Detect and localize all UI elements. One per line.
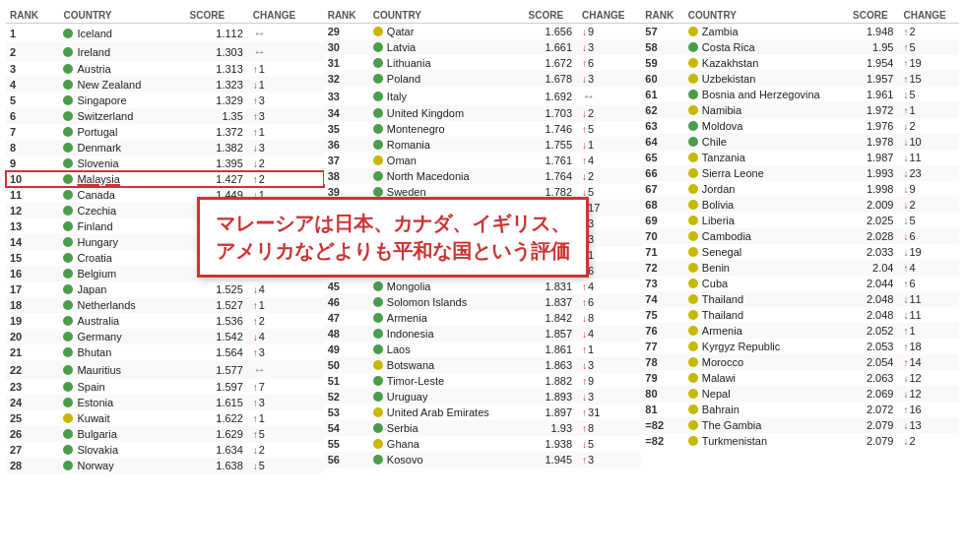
rank-cell: 66 (641, 165, 683, 181)
flag-icon (63, 332, 73, 342)
flag-icon (63, 300, 73, 310)
change-cell: ↓ 2 (899, 197, 959, 213)
arrow-up-icon: ↑ (903, 357, 908, 368)
rank-cell: 71 (641, 244, 683, 260)
arrow-up-icon: ↑ (582, 407, 587, 418)
country-name: Uruguay (387, 391, 428, 403)
country-cell: Slovakia (59, 442, 185, 458)
flag-icon (373, 344, 383, 354)
score-cell: 2.079 (849, 417, 899, 433)
flag-icon (373, 124, 383, 134)
country-name: Czechia (77, 205, 116, 217)
table-row: 35Montenegro1.746↑ 5 (324, 121, 642, 137)
country-name: Ghana (387, 438, 419, 450)
country-name: North Macedonia (387, 170, 470, 182)
arrow-up-icon: ↑ (253, 382, 258, 393)
arrow-up-icon: ↑ (582, 156, 587, 166)
flag-icon (373, 281, 383, 291)
arrow-up-icon: ↑ (582, 297, 587, 308)
country-cell: Latvia (369, 39, 525, 55)
change-cell: ↓ 2 (249, 156, 324, 171)
table-row: 33Italy1.692↔ (324, 87, 642, 105)
rank-cell: 79 (641, 370, 683, 386)
country-name: Cuba (702, 278, 728, 289)
country-name: Solomon Islands (387, 296, 467, 308)
country-name: Turkmenistan (702, 435, 767, 447)
header-rank: RANK (641, 8, 683, 24)
arrow-up-icon: ↑ (253, 127, 258, 138)
country-cell: Kuwait (59, 410, 185, 426)
country-name: Oman (387, 155, 417, 166)
flag-icon (63, 95, 73, 105)
flag-icon (63, 206, 73, 216)
arrow-down-icon: ↓ (582, 108, 587, 119)
country-name: Liberia (702, 215, 735, 226)
score-cell: 1.764 (525, 168, 579, 184)
rank-cell: 31 (324, 55, 369, 71)
header-country: COUNTRY (59, 8, 185, 24)
flag-icon (688, 294, 698, 304)
flag-icon (373, 171, 383, 181)
score-cell: 2.033 (849, 244, 899, 260)
rank-cell: 10 (6, 171, 59, 187)
arrow-down-icon: ↓ (903, 231, 908, 242)
rank-cell: 67 (641, 181, 683, 197)
table-row: 80Nepal2.069↓ 12 (641, 386, 959, 402)
rank-cell: 33 (324, 87, 369, 105)
score-cell: 1.945 (525, 452, 579, 467)
score-cell: 1.761 (525, 153, 579, 168)
arrow-up-icon: ↑ (903, 326, 908, 337)
table-row: 46Solomon Islands1.837↑ 6 (324, 294, 642, 310)
country-cell: Thailand (684, 291, 849, 307)
table-row: 3Austria1.313↑ 1 (6, 61, 324, 77)
rank-cell: 9 (6, 156, 59, 171)
table-row: 37Oman1.761↑ 4 (324, 153, 642, 168)
rank-cell: 46 (324, 294, 369, 310)
table-row: 24Estonia1.615↑ 3 (6, 395, 324, 410)
table-row: 18Netherlands1.527↑ 1 (6, 297, 324, 313)
flag-icon (373, 407, 383, 417)
arrow-down-icon: ↓ (903, 90, 908, 100)
score-cell: 1.622 (186, 410, 249, 426)
country-name: Thailand (702, 309, 743, 321)
table-row: 81Bahrain2.072↑ 16 (641, 402, 959, 417)
country-name: Australia (77, 315, 119, 327)
flag-icon (63, 269, 73, 279)
country-name: Belgium (77, 268, 116, 280)
change-cell: ↑ 4 (899, 260, 959, 276)
table-row: 74Thailand2.048↓ 11 (641, 291, 959, 307)
change-cell: ↓ 3 (578, 389, 641, 404)
flag-icon (688, 420, 698, 430)
country-cell: Lithuania (369, 55, 525, 71)
rank-cell: 49 (324, 342, 369, 357)
score-cell: 1.893 (525, 389, 579, 404)
rank-cell: 18 (6, 297, 59, 313)
arrow-neutral-icon: ↔ (253, 362, 266, 377)
country-name: Bhutan (77, 346, 111, 358)
country-cell: Laos (369, 342, 525, 357)
change-cell: ↑ 7 (249, 379, 324, 395)
score-cell: 1.987 (849, 150, 899, 165)
rank-cell: 11 (6, 187, 59, 203)
table-row: 7Portugal1.372↑ 1 (6, 124, 324, 140)
arrow-down-icon: ↓ (253, 332, 258, 342)
country-cell: Serbia (369, 420, 525, 436)
table-row: =82The Gambia2.079↓ 13 (641, 417, 959, 433)
change-cell: ↓ 12 (899, 370, 959, 386)
table-row: 62Namibia1.972↑ 1 (641, 102, 959, 118)
rank-cell: 80 (641, 386, 683, 402)
flag-icon (63, 445, 73, 455)
flag-icon (688, 342, 698, 351)
change-cell: ↑ 1 (249, 410, 324, 426)
flag-icon (63, 398, 73, 407)
arrow-neutral-icon: ↔ (253, 26, 266, 40)
flag-icon (63, 365, 73, 375)
flag-icon (688, 279, 698, 288)
country-cell: Solomon Islands (369, 294, 525, 310)
score-cell: 1.863 (525, 357, 579, 373)
arrow-down-icon: ↓ (253, 284, 258, 295)
score-cell: 1.703 (525, 105, 579, 121)
score-cell: 2.044 (849, 276, 899, 291)
change-cell: ↑ 16 (899, 402, 959, 417)
rank-cell: 5 (6, 93, 59, 108)
